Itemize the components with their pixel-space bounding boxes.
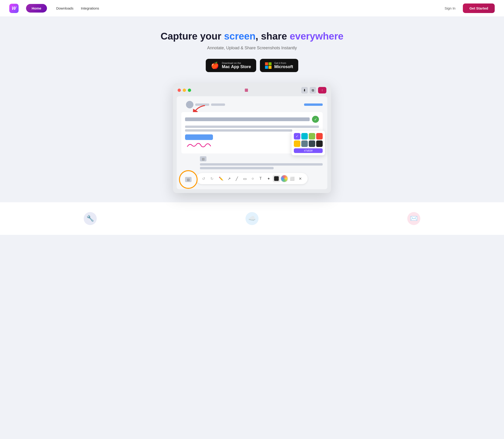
- share-icon: ↑: [318, 87, 326, 94]
- ms-grid-blue: [265, 66, 268, 69]
- bottom-icon-1: 🔧: [83, 212, 97, 226]
- hero-accent-everywhere: everywhere: [290, 31, 343, 42]
- green-check-icon: ✓: [312, 116, 319, 123]
- svg-text:🔧: 🔧: [86, 215, 94, 222]
- copy-icon: ⧉: [310, 87, 316, 94]
- hero-title-part1: Capture your: [161, 31, 224, 42]
- hero-title-part2: , share: [255, 31, 290, 42]
- titlebar-actions: ⬇ ⧉ ↑: [301, 87, 326, 94]
- mock-input-bar: [185, 117, 310, 121]
- mockup-titlebar: ⊞ ⬇ ⧉ ↑: [177, 87, 327, 94]
- color-swatch-black[interactable]: [316, 140, 323, 147]
- text-tool[interactable]: T: [257, 175, 264, 182]
- color-swatch-red[interactable]: [316, 133, 323, 139]
- hero-section: Capture your screen, share everywhere An…: [0, 17, 504, 202]
- ms-store-text: Get it from Microsoft: [274, 62, 293, 69]
- mac-store-text: Download on the Mac App Store: [222, 62, 251, 69]
- mock-line-2: [185, 129, 292, 132]
- get-started-button[interactable]: Get Started: [463, 3, 495, 13]
- ms-store-small-text: Get it from: [274, 62, 293, 64]
- redo-icon[interactable]: ↻: [208, 175, 215, 182]
- app-logo: W: [9, 4, 19, 13]
- titlebar-logo: ⊞: [245, 88, 248, 93]
- mock-bar-bottom2: [200, 167, 274, 169]
- mac-store-large-text: Mac App Store: [222, 64, 251, 69]
- logo-text: W: [12, 6, 16, 11]
- download-icon: ⬇: [301, 87, 308, 94]
- mock-signature: [185, 142, 215, 149]
- arrow-tool[interactable]: ↗: [225, 175, 233, 182]
- bottom-icon-2: ☁️: [245, 212, 259, 226]
- tool-icon: 🔧: [83, 212, 97, 226]
- clear-tool[interactable]: ✕: [296, 175, 304, 182]
- color-swatch-yellow[interactable]: [294, 140, 300, 147]
- color-swatch-cyan[interactable]: [301, 133, 308, 139]
- mock-action-button: [185, 134, 213, 140]
- mockup-main: ✓ �: [181, 112, 323, 169]
- nav-links: Downloads Integrations: [56, 6, 99, 10]
- microsoft-store-button[interactable]: Get it from Microsoft: [260, 59, 298, 72]
- apple-icon: 🍎: [211, 62, 219, 69]
- bottom-icon-3: ✉️: [407, 212, 421, 226]
- color-wheel-icon: [281, 175, 288, 182]
- ms-grid-red: [265, 62, 268, 65]
- orange-circle-annotation: 🖼: [179, 170, 198, 189]
- fill-icon: [274, 176, 279, 181]
- color-swatch-blue-grey[interactable]: [301, 140, 308, 147]
- minimize-dot: [183, 89, 186, 92]
- oval-tool[interactable]: ○: [249, 175, 256, 182]
- hero-accent-screen: screen: [224, 31, 255, 42]
- hero-title: Capture your screen, share everywhere: [161, 31, 344, 42]
- mac-app-store-button[interactable]: 🍎 Download on the Mac App Store: [206, 59, 256, 72]
- undo-icon[interactable]: ↺: [200, 175, 207, 182]
- color-swatch-green[interactable]: [309, 133, 315, 139]
- mockup-toolbar: [181, 101, 323, 108]
- mock-bar-blue: [304, 103, 323, 106]
- mock-bar-2: [211, 103, 225, 106]
- color-picker: ✓ #7d55ff: [291, 131, 325, 155]
- integrations-link[interactable]: Integrations: [81, 6, 99, 10]
- svg-text:☁️: ☁️: [248, 215, 256, 222]
- mac-store-small-text: Download on the: [222, 62, 251, 64]
- navigation: W Home Downloads Integrations Sign In Ge…: [0, 0, 504, 17]
- color-picker-tool[interactable]: [281, 175, 288, 182]
- store-buttons: 🍎 Download on the Mac App Store Get it f…: [206, 59, 298, 72]
- rectangle-tool[interactable]: ▭: [241, 175, 249, 182]
- color-hex-input[interactable]: #7d55ff: [294, 148, 323, 153]
- mock-image-icon: 🖼: [185, 177, 192, 182]
- microsoft-icon: [265, 62, 272, 69]
- ms-grid-yellow: [268, 66, 272, 69]
- svg-text:✉️: ✉️: [410, 215, 418, 222]
- eraser-tool[interactable]: ⬜: [288, 175, 296, 182]
- star-tool[interactable]: ✦: [265, 175, 272, 182]
- mock-right-items: 🖼: [200, 156, 323, 169]
- color-swatch-purple[interactable]: ✓: [294, 133, 300, 139]
- signin-button[interactable]: Sign In: [444, 6, 456, 10]
- bottom-section: 🔧 ☁️ ✉️: [0, 202, 504, 235]
- cloud-icon: ☁️: [245, 212, 259, 226]
- orange-highlight-area: 🖼 🖼: [181, 156, 323, 169]
- maximize-dot: [188, 89, 191, 92]
- fill-tool[interactable]: [273, 175, 280, 182]
- mockup-content: ✓ �: [177, 96, 327, 189]
- hero-subtitle: Annotate, Upload & Share Screenshots Ins…: [207, 46, 297, 50]
- downloads-link[interactable]: Downloads: [56, 6, 73, 10]
- line-tool[interactable]: ╱: [233, 175, 240, 182]
- mock-line-1: [185, 126, 319, 128]
- mock-img-2: 🖼: [200, 156, 206, 161]
- undo-redo-group: ↺ ↻: [200, 175, 215, 182]
- color-swatch-dark-grey[interactable]: [309, 140, 315, 147]
- ms-grid-green: [268, 62, 272, 65]
- app-mockup: ⊞ ⬇ ⧉ ↑: [173, 83, 331, 193]
- mail-icon: ✉️: [407, 212, 421, 226]
- color-grid: ✓: [294, 133, 323, 147]
- mock-bar-bottom: [200, 163, 323, 166]
- pen-tool[interactable]: ✏️: [217, 175, 225, 182]
- close-dot: [178, 89, 181, 92]
- ms-store-large-text: Microsoft: [274, 64, 293, 69]
- window-dots: [178, 89, 191, 92]
- mock-title-row: ✓: [185, 116, 319, 123]
- mockup-bottom-toolbar: ↺ ↻ ✏️ ↗ ╱ ▭ ○ T ✦ ⬜ ✕: [196, 173, 308, 184]
- home-button[interactable]: Home: [26, 4, 47, 12]
